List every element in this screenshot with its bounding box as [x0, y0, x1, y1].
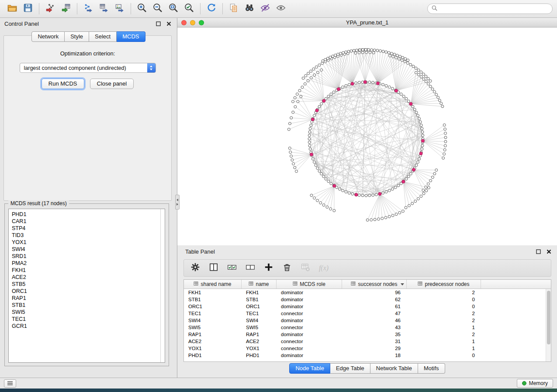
show-all-button[interactable] — [273, 2, 289, 16]
table-panel-title: Table Panel — [185, 248, 215, 255]
column-header-successor-nodes[interactable]: successor nodes — [342, 280, 407, 289]
criterion-dropdown[interactable]: largest connected component (undirected) — [20, 63, 156, 73]
refresh-layout-icon — [206, 3, 217, 15]
mcds-result-item[interactable]: SWI4 — [12, 246, 165, 253]
tab-mcds[interactable]: MCDS — [117, 31, 145, 42]
status-menu-button[interactable] — [4, 379, 16, 388]
table-scrollbar[interactable] — [546, 289, 551, 361]
column-header-predecessor-nodes[interactable]: predecessor nodes — [407, 280, 481, 289]
delete-column-icon — [282, 262, 292, 274]
search-box[interactable] — [427, 3, 553, 14]
tab-style[interactable]: Style — [65, 31, 89, 42]
run-mcds-button[interactable]: Run MCDS — [42, 79, 84, 89]
tab-node-table[interactable]: Node Table — [289, 363, 330, 374]
mcds-result-item[interactable]: SWI5 — [12, 309, 165, 316]
table-row[interactable]: YOX1YOX1connector291 — [184, 345, 546, 352]
deselect-all-rows-button[interactable] — [244, 262, 256, 274]
select-all-rows-button[interactable] — [226, 262, 238, 274]
mcds-result-item[interactable]: ORC1 — [12, 288, 165, 295]
network-canvas[interactable] — [177, 28, 557, 245]
column-header-mcds-role[interactable]: MCDS role — [277, 280, 342, 289]
cell-shared-name: RAP1 — [184, 332, 242, 337]
mcds-result-item[interactable]: TEC1 — [12, 316, 165, 323]
tab-network[interactable]: Network — [31, 31, 65, 42]
close-table-panel-icon[interactable] — [545, 248, 553, 255]
add-column-icon — [263, 262, 274, 274]
open-file-icon — [7, 3, 17, 15]
cell-name: PHD1 — [242, 353, 277, 358]
export-table-button[interactable] — [96, 2, 112, 16]
zoom-selected-button[interactable] — [181, 2, 197, 16]
close-panel-button[interactable]: Close panel — [90, 79, 134, 89]
column-header-shared-name[interactable]: shared name — [184, 280, 242, 289]
search-input[interactable] — [440, 6, 548, 12]
cell-name: YOX1 — [242, 346, 277, 351]
splitter-collapse-handle[interactable] — [175, 195, 180, 210]
maximize-window-icon[interactable] — [199, 20, 204, 25]
mcds-result-item[interactable]: STP4 — [12, 225, 165, 232]
deselect-all-rows-icon — [245, 262, 256, 274]
add-column-button[interactable] — [263, 262, 275, 274]
refresh-layout-button[interactable] — [204, 2, 219, 16]
mcds-result-title: MCDS result (17 nodes) — [8, 200, 69, 206]
memory-button[interactable]: Memory — [517, 379, 553, 388]
mcds-result-item[interactable]: SRD1 — [12, 253, 165, 260]
mcds-result-item[interactable]: STB1 — [12, 302, 165, 309]
mcds-result-item[interactable]: RAP1 — [12, 295, 165, 302]
table-row[interactable]: TEC1TEC1connector472 — [184, 310, 546, 317]
close-window-icon[interactable] — [181, 20, 187, 25]
mcds-result-item[interactable]: PMA2 — [12, 260, 165, 267]
tab-edge-table[interactable]: Edge Table — [330, 363, 370, 374]
save-session-button[interactable] — [20, 2, 36, 16]
network-graph[interactable] — [177, 28, 557, 245]
show-columns-button[interactable] — [208, 262, 220, 274]
tab-motifs[interactable]: Motifs — [418, 363, 445, 374]
mcds-result-list[interactable]: PHD1CAR1STP4TID3YOX1SWI4SRD1PMA2FKH1ACE2… — [8, 209, 165, 363]
export-image-button[interactable] — [112, 2, 128, 16]
mcds-result-item[interactable]: GCR1 — [12, 323, 165, 330]
mcds-result-item[interactable]: STB5 — [12, 281, 165, 288]
zoom-in-button[interactable] — [134, 2, 150, 16]
minimize-window-icon[interactable] — [190, 20, 195, 25]
column-settings-button[interactable] — [189, 262, 201, 274]
column-header-name[interactable]: name — [242, 280, 277, 289]
delete-column-button[interactable] — [281, 262, 293, 274]
mcds-result-item[interactable]: ACE2 — [12, 274, 165, 281]
table-row[interactable]: ORC1ORC1dominator610 — [184, 303, 546, 310]
cell-predecessor-nodes: 0 — [407, 353, 481, 358]
mcds-result-item[interactable]: CAR1 — [12, 218, 165, 225]
zoom-fit-button[interactable] — [166, 2, 181, 16]
table-row[interactable]: FKH1FKH1dominator962 — [184, 289, 546, 296]
float-table-panel-icon[interactable] — [535, 248, 542, 255]
close-panel-icon[interactable] — [165, 21, 173, 28]
import-table-button[interactable] — [58, 2, 74, 16]
mcds-result-item[interactable]: TID3 — [12, 232, 165, 239]
float-panel-icon[interactable] — [155, 21, 162, 28]
tab-select[interactable]: Select — [89, 31, 117, 42]
cell-mcds-role: dominator — [277, 353, 342, 358]
hide-selected-button[interactable] — [257, 2, 273, 16]
table-row[interactable]: SWI4SWI4dominator462 — [184, 317, 546, 324]
first-neighbors-button[interactable] — [242, 2, 257, 16]
mcds-result-item[interactable]: YOX1 — [12, 239, 165, 246]
zoom-out-button[interactable] — [150, 2, 166, 16]
table-row[interactable]: ACE2ACE2connector311 — [184, 338, 546, 345]
open-file-button[interactable] — [4, 2, 20, 16]
network-window-titlebar[interactable]: YPA_prune.txt_1 — [177, 18, 557, 28]
cell-predecessor-nodes: 2 — [407, 332, 481, 337]
table-row[interactable]: PHD1PHD1dominator180 — [184, 352, 546, 359]
control-panel-title: Control Panel — [4, 21, 39, 27]
table-row[interactable]: SWI5SWI5connector431 — [184, 324, 546, 331]
column-dropdown-icon[interactable] — [401, 283, 404, 285]
copy-style-button[interactable] — [226, 2, 242, 16]
mcds-result-item[interactable]: PHD1 — [12, 211, 165, 218]
cell-successor-nodes: 31 — [342, 339, 407, 344]
mcds-result-item[interactable]: FKH1 — [12, 267, 165, 274]
tab-network-table[interactable]: Network Table — [370, 363, 418, 374]
import-network-button[interactable] — [42, 2, 58, 16]
table-row[interactable]: STB1STB1dominator620 — [184, 296, 546, 303]
save-session-icon — [23, 3, 33, 15]
table-scrollbar-thumb[interactable] — [547, 291, 550, 344]
table-row[interactable]: RAP1RAP1dominator352 — [184, 331, 546, 338]
export-network-button[interactable] — [80, 2, 96, 16]
